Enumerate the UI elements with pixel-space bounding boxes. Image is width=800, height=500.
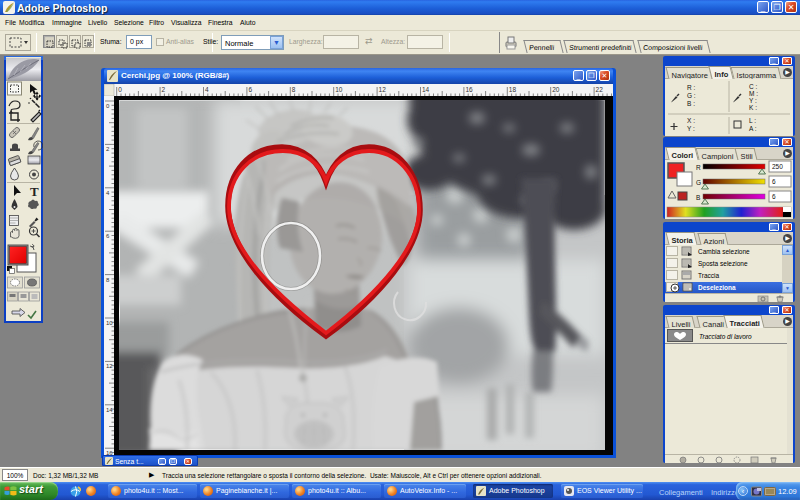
svg-text:X :: X : (687, 117, 695, 124)
svg-text:12: 12 (106, 363, 113, 369)
svg-text:G: G (696, 179, 701, 186)
svg-text:M :: M : (749, 90, 758, 97)
svg-text:6: 6 (772, 193, 776, 200)
svg-text:250: 250 (772, 163, 783, 170)
svg-text:20: 20 (552, 86, 560, 93)
svg-text:B :: B : (687, 100, 695, 107)
svg-text:14: 14 (422, 86, 430, 93)
svg-text:4: 4 (205, 86, 209, 93)
svg-text:16: 16 (465, 86, 473, 93)
svg-text:L :: L : (749, 117, 756, 124)
svg-text:12: 12 (379, 86, 387, 93)
svg-text:8: 8 (292, 86, 296, 93)
svg-text:6: 6 (772, 178, 776, 185)
svg-text:T: T (30, 184, 39, 199)
svg-text:B: B (696, 194, 700, 201)
svg-text:G :: G : (687, 92, 696, 99)
svg-text:22: 22 (596, 86, 604, 93)
svg-text:Y :: Y : (749, 97, 757, 104)
svg-text:Y :: Y : (687, 125, 695, 132)
svg-text:2: 2 (162, 86, 166, 93)
svg-text:6: 6 (248, 86, 252, 93)
svg-text:A :: A : (749, 125, 757, 132)
svg-text:0: 0 (118, 86, 122, 93)
svg-text:10: 10 (335, 86, 343, 93)
svg-text:K :: K : (749, 104, 757, 111)
svg-text:C :: C : (749, 83, 758, 90)
svg-text:10: 10 (106, 320, 113, 326)
svg-text:R :: R : (687, 84, 696, 91)
svg-text:18: 18 (509, 86, 517, 93)
svg-text:R: R (696, 164, 701, 171)
svg-text:14: 14 (106, 407, 113, 413)
